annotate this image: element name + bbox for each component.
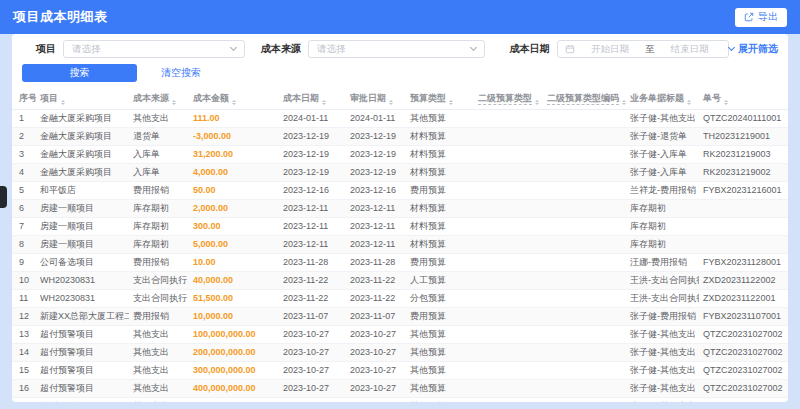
cost-detail-table: 序号项目成本来源成本金额成本日期审批日期预算类型二级预算类型二级预算类型编码业务… — [12, 89, 788, 402]
cell-budget_type: 材料预算 — [406, 235, 474, 253]
column-header-label: 成本金额 — [193, 93, 229, 103]
sort-icon[interactable] — [449, 100, 453, 106]
column-header-approval_date[interactable]: 审批日期 — [346, 89, 406, 109]
cell-cost_date: 2023-11-28 — [279, 253, 346, 271]
search-button[interactable]: 搜索 — [22, 64, 137, 82]
cell-index: 9 — [12, 253, 36, 271]
cell-project: 金融大厦采购项目 — [36, 109, 129, 127]
cell-sub_budget_type — [474, 181, 543, 199]
sort-icon[interactable] — [389, 100, 393, 106]
cell-budget_type: 材料预算 — [406, 127, 474, 145]
column-header-budget_type[interactable]: 预算类型 — [406, 89, 474, 109]
cell-approval_date: 2023-11-22 — [346, 289, 406, 307]
sort-icon[interactable] — [172, 100, 176, 106]
cell-doc_no: TH20231219001 — [699, 127, 788, 145]
cell-project: 超付预警项目 — [36, 397, 129, 402]
export-button[interactable]: 导出 — [735, 8, 787, 27]
table-row: 9公司备选项目费用报销10.002023-11-282023-11-28费用预算… — [12, 253, 788, 271]
cell-index: 11 — [12, 289, 36, 307]
project-filter-label: 项目 — [36, 42, 56, 56]
column-header-cost_date[interactable]: 成本日期 — [279, 89, 346, 109]
cell-index: 13 — [12, 325, 36, 343]
project-select[interactable]: 请选择 — [63, 40, 245, 58]
column-header-doc_no[interactable]: 单号 — [699, 89, 788, 109]
cell-project: 金融大厦采购项目 — [36, 127, 129, 145]
table-row: 1金融大厦采购项目其他支出111.002024-01-112024-01-11其… — [12, 109, 788, 127]
cell-doc_title: 王洪-支出合同执行 — [626, 289, 699, 307]
cell-sub_budget_code — [543, 109, 626, 127]
cell-budget_type: 材料预算 — [406, 199, 474, 217]
cell-sub_budget_code — [543, 163, 626, 181]
cell-doc_title: 兰祥龙-费用报销 — [626, 181, 699, 199]
sort-icon[interactable] — [322, 100, 326, 106]
column-header-label: 成本日期 — [283, 93, 319, 103]
cell-cost_date: 2023-12-16 — [279, 181, 346, 199]
filter-actions: 搜索 清空搜索 — [22, 64, 778, 82]
cell-index: 3 — [12, 145, 36, 163]
column-header-amount[interactable]: 成本金额 — [189, 89, 279, 109]
table-row: 10WH20230831支出合同执行40,000.002023-11-22202… — [12, 271, 788, 289]
clear-search-button[interactable]: 清空搜索 — [161, 66, 201, 80]
cell-budget_type: 其他预算 — [406, 325, 474, 343]
column-header-sub_budget_type[interactable]: 二级预算类型 — [474, 89, 543, 109]
cell-doc_title: 库存期初 — [626, 235, 699, 253]
cell-approval_date: 2023-12-19 — [346, 163, 406, 181]
content-card: 项目 请选择 成本来源 请选择 成本日期 开始日期 至 结束日期 展开筛选 搜索 — [12, 34, 788, 402]
cell-approval_date: 2023-10-27 — [346, 361, 406, 379]
end-date-input[interactable]: 结束日期 — [659, 43, 721, 56]
cell-doc_title: 汪娜-费用报销 — [626, 253, 699, 271]
cell-index: 7 — [12, 217, 36, 235]
cell-cost_source: 库存期初 — [129, 217, 189, 235]
cost-date-range-picker[interactable]: 开始日期 至 结束日期 — [557, 40, 729, 58]
sort-icon[interactable] — [535, 100, 539, 106]
sort-icon[interactable] — [724, 100, 728, 106]
cell-approval_date: 2023-10-27 — [346, 325, 406, 343]
cell-doc_title: 库存期初 — [626, 217, 699, 235]
cell-doc_no: FYBX20231107001 — [699, 307, 788, 325]
cell-sub_budget_code — [543, 343, 626, 361]
column-header-label: 业务单据标题 — [630, 93, 684, 103]
cell-doc_title: 张子健-退货单 — [626, 127, 699, 145]
cost-source-select[interactable]: 请选择 — [308, 40, 485, 58]
cell-cost_date: 2023-10-27 — [279, 343, 346, 361]
cell-budget_type: 材料预算 — [406, 163, 474, 181]
cell-amount: -3,000.00 — [189, 127, 279, 145]
cell-doc_no: FYBX20231128001 — [699, 253, 788, 271]
cell-index: 1 — [12, 109, 36, 127]
left-edge-widget[interactable] — [0, 186, 7, 208]
cell-doc_title: 张子健-其他支出 — [626, 109, 699, 127]
sort-icon[interactable] — [232, 100, 236, 106]
cell-budget_type: 费用预算 — [406, 253, 474, 271]
column-header-label: 预算类型 — [410, 93, 446, 103]
chevron-down-icon — [728, 44, 735, 51]
cell-doc_no: RK20231219002 — [699, 163, 788, 181]
start-date-input[interactable]: 开始日期 — [579, 43, 641, 56]
table-row: 4金融大厦采购项目入库单4,000.002023-12-192023-12-19… — [12, 163, 788, 181]
cell-doc_title: 张子健-费用报销 — [626, 307, 699, 325]
cell-sub_budget_code — [543, 181, 626, 199]
cell-sub_budget_code — [543, 217, 626, 235]
cell-cost_date: 2023-10-27 — [279, 397, 346, 402]
column-header-project[interactable]: 项目 — [36, 89, 129, 109]
cell-doc_title: 张子健-其他支出 — [626, 361, 699, 379]
sort-icon[interactable] — [687, 100, 691, 106]
cell-sub_budget_code — [543, 361, 626, 379]
sort-icon[interactable] — [61, 100, 65, 106]
cell-cost_source: 其他支出 — [129, 397, 189, 402]
cell-doc_title: 库存期初 — [626, 199, 699, 217]
project-select-placeholder: 请选择 — [72, 43, 101, 56]
cell-project: 和平饭店 — [36, 181, 129, 199]
sort-icon[interactable] — [622, 100, 626, 106]
cell-cost_date: 2023-11-22 — [279, 289, 346, 307]
cell-amount: 200,000,000.00 — [189, 343, 279, 361]
cell-doc_no: QTZC20240111001 — [699, 109, 788, 127]
cell-approval_date: 2023-12-19 — [346, 127, 406, 145]
cell-doc_title: 张子健-入库单 — [626, 145, 699, 163]
cell-cost_date: 2023-10-27 — [279, 361, 346, 379]
column-header-sub_budget_code[interactable]: 二级预算类型编码 — [543, 89, 626, 109]
column-header-cost_source[interactable]: 成本来源 — [129, 89, 189, 109]
cell-budget_type: 材料预算 — [406, 145, 474, 163]
export-label: 导出 — [758, 10, 778, 24]
column-header-doc_title[interactable]: 业务单据标题 — [626, 89, 699, 109]
expand-filters-link[interactable]: 展开筛选 — [729, 42, 778, 56]
